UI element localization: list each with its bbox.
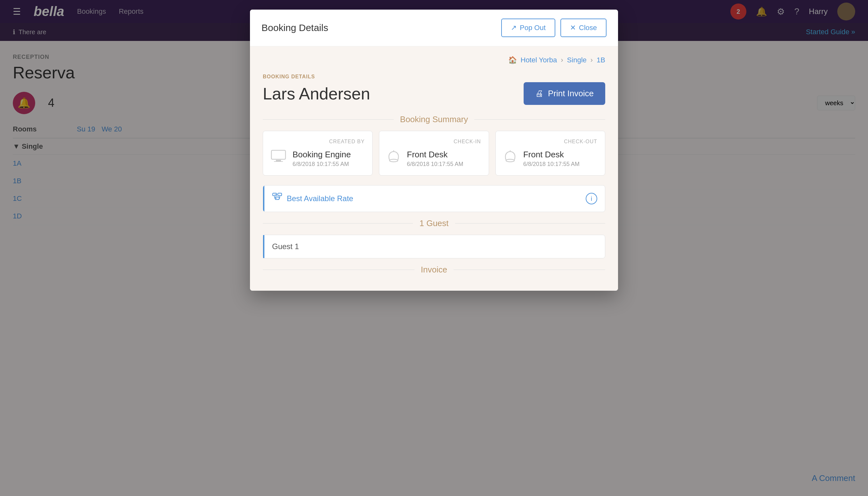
check-out-content: Front Desk 6/8/2018 10:17:55 AM xyxy=(504,150,597,168)
created-by-sub: 6/8/2018 10:17:55 AM xyxy=(293,161,351,168)
svg-rect-0 xyxy=(271,150,285,159)
modal-overlay: Booking Details ↗ Pop Out ✕ Close 🏠 Hote… xyxy=(0,0,868,496)
check-out-text: Front Desk 6/8/2018 10:17:55 AM xyxy=(523,150,580,168)
home-icon: 🏠 xyxy=(508,56,517,64)
check-out-sub: 6/8/2018 10:17:55 AM xyxy=(523,161,580,168)
breadcrumb-room-type[interactable]: Single xyxy=(567,56,587,64)
pop-out-icon: ↗ xyxy=(511,24,517,32)
created-by-card: CREATED BY Booking Engine 6/8/2018 10:17… xyxy=(263,131,373,175)
pop-out-button[interactable]: ↗ Pop Out xyxy=(501,18,555,37)
close-label: Close xyxy=(579,24,597,32)
rate-section: Best Available Rate i xyxy=(263,185,605,212)
check-out-icon xyxy=(504,150,517,166)
check-in-card: CHECK-IN Front Desk 6/8/2018 10:17:55 AM xyxy=(379,131,489,175)
breadcrumb-sep2: › xyxy=(590,56,593,64)
svg-rect-8 xyxy=(278,193,282,196)
check-in-sub: 6/8/2018 10:17:55 AM xyxy=(407,161,463,168)
booking-details-modal: Booking Details ↗ Pop Out ✕ Close 🏠 Hote… xyxy=(250,10,618,291)
guest-label: Guest 1 xyxy=(272,242,299,251)
modal-header-buttons: ↗ Pop Out ✕ Close xyxy=(501,18,607,37)
svg-rect-2 xyxy=(274,161,283,162)
print-invoice-label: Print Invoice xyxy=(548,89,594,98)
booking-summary-title: Booking Summary xyxy=(400,114,468,124)
info-icon: i xyxy=(591,195,592,202)
breadcrumb-room[interactable]: 1B xyxy=(597,56,605,64)
check-in-main: Front Desk xyxy=(407,150,463,159)
created-by-text: Booking Engine 6/8/2018 10:17:55 AM xyxy=(293,150,351,168)
close-icon: ✕ xyxy=(570,24,576,32)
booking-summary-divider: Booking Summary xyxy=(263,114,605,124)
pop-out-label: Pop Out xyxy=(520,24,546,32)
guest-count-title: 1 Guest xyxy=(419,218,448,228)
booking-details-label: BOOKING DETAILS xyxy=(263,74,605,80)
created-by-label: CREATED BY xyxy=(271,139,364,144)
check-in-text: Front Desk 6/8/2018 10:17:55 AM xyxy=(407,150,463,168)
created-by-main: Booking Engine xyxy=(293,150,351,159)
summary-cards: CREATED BY Booking Engine 6/8/2018 10:17… xyxy=(263,131,605,175)
print-icon: 🖨 xyxy=(535,89,543,98)
modal-body: 🏠 Hotel Yorba › Single › 1B BOOKING DETA… xyxy=(250,46,618,291)
modal-title: Booking Details xyxy=(261,22,328,33)
breadcrumb-hotel[interactable]: Hotel Yorba xyxy=(521,56,557,64)
guest-count-divider: 1 Guest xyxy=(263,218,605,228)
check-in-icon xyxy=(387,150,400,166)
check-out-label: CHECK-OUT xyxy=(504,139,597,144)
booking-name-row: Lars Andersen 🖨 Print Invoice xyxy=(263,82,605,105)
svg-point-5 xyxy=(506,159,514,162)
rate-label: Best Available Rate xyxy=(287,194,353,203)
modal-header: Booking Details ↗ Pop Out ✕ Close xyxy=(250,10,618,46)
breadcrumb-sep1: › xyxy=(561,56,563,64)
guest-section: Guest 1 xyxy=(263,235,605,259)
rate-icon xyxy=(272,192,282,205)
close-button[interactable]: ✕ Close xyxy=(560,18,607,37)
check-out-card: CHECK-OUT Front Desk 6/8/2018 10:17:55 A… xyxy=(495,131,605,175)
check-in-content: Front Desk 6/8/2018 10:17:55 AM xyxy=(387,150,481,168)
rate-bar: Best Available Rate i xyxy=(263,185,605,212)
breadcrumb: 🏠 Hotel Yorba › Single › 1B xyxy=(263,56,605,64)
print-invoice-button[interactable]: 🖨 Print Invoice xyxy=(524,82,605,105)
svg-point-3 xyxy=(390,159,398,162)
guest-bar: Guest 1 xyxy=(263,235,605,258)
check-out-main: Front Desk xyxy=(523,150,580,159)
check-in-label: CHECK-IN xyxy=(387,139,481,144)
booking-guest-name: Lars Andersen xyxy=(263,84,370,103)
booking-engine-icon xyxy=(271,150,286,165)
svg-rect-1 xyxy=(276,160,281,161)
rate-name[interactable]: Best Available Rate xyxy=(272,192,353,205)
created-by-content: Booking Engine 6/8/2018 10:17:55 AM xyxy=(271,150,364,168)
invoice-divider: Invoice xyxy=(263,265,605,275)
info-circle-button[interactable]: i xyxy=(586,193,597,204)
invoice-title: Invoice xyxy=(421,265,447,275)
